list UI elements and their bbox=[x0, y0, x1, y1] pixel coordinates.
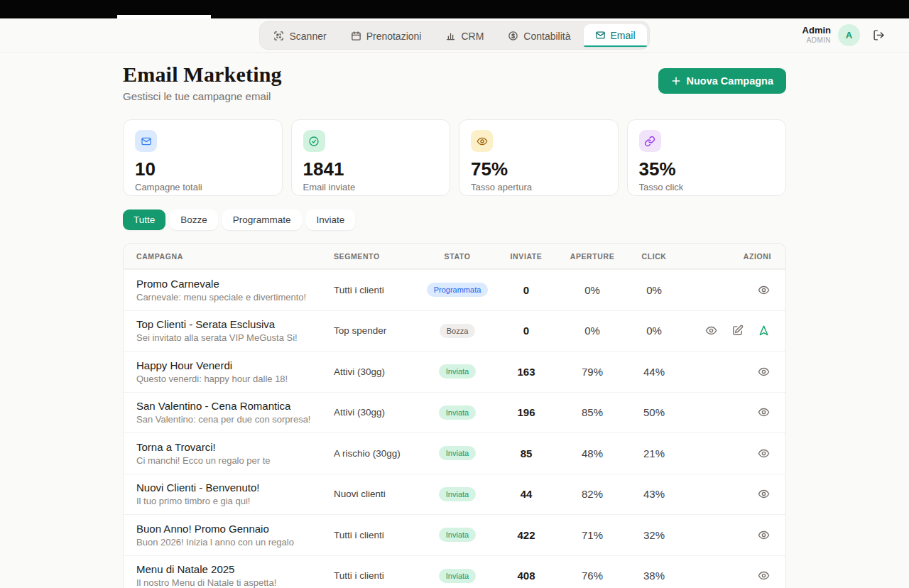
eye-icon bbox=[758, 406, 770, 418]
eye-icon bbox=[758, 447, 770, 459]
filter-tutte[interactable]: Tutte bbox=[123, 209, 165, 230]
scan-icon bbox=[273, 31, 284, 41]
campaign-title: Top Clienti - Serata Esclusiva bbox=[136, 318, 334, 330]
col-header-segmento: SEGMENTO bbox=[334, 252, 422, 261]
campaign-segment: A rischio (30gg) bbox=[334, 448, 422, 459]
status-badge: Inviata bbox=[439, 405, 476, 420]
view-campaign-button[interactable] bbox=[756, 283, 771, 298]
tab-prenotazioni[interactable]: Prenotazioni bbox=[339, 25, 433, 47]
open-rate: 85% bbox=[560, 406, 625, 418]
tab-label: Contabilità bbox=[523, 31, 570, 42]
campaigns-table: CAMPAGNA SEGMENTO STATO INVIATE APERTURE… bbox=[123, 243, 786, 588]
table-row: Top Clienti - Serata Esclusiva Sei invit… bbox=[124, 310, 785, 352]
open-rate: 0% bbox=[560, 325, 625, 337]
click-rate: 21% bbox=[625, 447, 683, 459]
campaign-title: Nuovi Clienti - Benvenuto! bbox=[136, 481, 334, 494]
main-content: Email Marketing Gestisci le tue campagne… bbox=[123, 53, 786, 588]
view-campaign-button[interactable] bbox=[756, 446, 771, 461]
sent-count: 44 bbox=[493, 488, 560, 500]
sent-count: 196 bbox=[493, 406, 560, 418]
stat-label: Email inviate bbox=[303, 182, 439, 192]
tab-email[interactable]: Email bbox=[584, 24, 647, 47]
status-badge: Inviata bbox=[439, 528, 476, 542]
campaign-segment: Tutti i clienti bbox=[334, 530, 422, 540]
col-header-click: CLICK bbox=[625, 252, 683, 261]
view-campaign-button[interactable] bbox=[756, 568, 771, 583]
sent-count: 422 bbox=[493, 529, 560, 541]
main-navbar: Scanner Prenotazioni CRM Contabilità bbox=[0, 18, 909, 53]
col-header-campagna: CAMPAGNA bbox=[124, 252, 334, 261]
open-rate: 76% bbox=[560, 570, 625, 582]
col-header-inviate: INVIATE bbox=[493, 252, 560, 261]
campaign-segment: Tutti i clienti bbox=[334, 285, 422, 295]
tab-scanner[interactable]: Scanner bbox=[262, 25, 337, 47]
new-campaign-label: Nuova Campagna bbox=[687, 75, 773, 87]
status-badge: Bozza bbox=[440, 324, 476, 338]
table-row: Promo Carnevale Carnevale: menu speciale… bbox=[124, 269, 785, 310]
edit-icon bbox=[731, 325, 744, 337]
stat-label: Tasso apertura bbox=[471, 182, 606, 192]
table-row: Menu di Natale 2025 Il nostro Menu di Na… bbox=[124, 555, 785, 588]
logout-button[interactable] bbox=[870, 26, 888, 44]
view-campaign-button[interactable] bbox=[756, 364, 771, 379]
campaign-subtitle: Il tuo primo timbro e gia qui! bbox=[136, 496, 334, 506]
eye-icon bbox=[705, 325, 717, 337]
view-campaign-button[interactable] bbox=[756, 528, 771, 543]
view-campaign-button[interactable] bbox=[756, 486, 771, 501]
page-subtitle: Gestisci le tue campagne email bbox=[123, 90, 282, 102]
send-campaign-button[interactable] bbox=[756, 323, 771, 338]
status-badge: Inviata bbox=[439, 569, 476, 583]
click-rate: 32% bbox=[625, 529, 683, 541]
click-rate: 43% bbox=[625, 488, 683, 500]
edit-campaign-button[interactable] bbox=[730, 323, 745, 338]
table-row: Nuovi Clienti - Benvenuto! Il tuo primo … bbox=[124, 474, 785, 515]
filter-programmate[interactable]: Programmate bbox=[222, 209, 302, 230]
click-rate: 0% bbox=[625, 325, 683, 337]
tab-label: Scanner bbox=[289, 31, 326, 42]
click-rate: 50% bbox=[625, 406, 683, 418]
campaign-subtitle: Buon 2026! Inizia l anno con un regalo bbox=[136, 537, 334, 548]
filter-inviate[interactable]: Inviate bbox=[306, 209, 356, 230]
open-rate: 48% bbox=[560, 447, 625, 459]
send-icon bbox=[758, 325, 770, 337]
dollar-circle-icon bbox=[508, 31, 518, 41]
avatar[interactable]: A bbox=[838, 24, 860, 46]
campaign-subtitle: Carnevale: menu speciale e divertimento! bbox=[136, 292, 334, 303]
view-campaign-button[interactable] bbox=[756, 405, 771, 420]
table-row: San Valentino - Cena Romantica San Valen… bbox=[124, 392, 785, 433]
campaign-segment: Top spender bbox=[334, 325, 422, 336]
stats-cards: 10 Campagne totali 1841 Email inviate 75… bbox=[123, 119, 786, 196]
click-rate: 38% bbox=[625, 570, 683, 582]
table-row: Happy Hour Venerdi Questo venerdi: happy… bbox=[124, 351, 785, 392]
campaign-subtitle: Il nostro Menu di Natale ti aspetta! bbox=[136, 577, 334, 588]
campaign-segment: Nuovi clienti bbox=[334, 489, 422, 499]
new-campaign-button[interactable]: Nuova Campagna bbox=[658, 68, 786, 94]
open-rate: 82% bbox=[560, 488, 625, 500]
page-title: Email Marketing bbox=[123, 62, 282, 87]
view-campaign-button[interactable] bbox=[704, 323, 719, 338]
stat-card-email-inviate: 1841 Email inviate bbox=[291, 119, 451, 196]
campaign-segment: Tutti i clienti bbox=[334, 570, 422, 581]
check-circle-icon bbox=[303, 130, 325, 152]
sent-count: 85 bbox=[493, 447, 560, 459]
status-badge: Programmata bbox=[427, 283, 489, 297]
stat-card-campagne-totali: 10 Campagne totali bbox=[123, 119, 283, 196]
status-badge: Inviata bbox=[439, 446, 476, 460]
campaign-subtitle: Questo venerdi: happy hour dalle 18! bbox=[136, 374, 334, 384]
eye-icon bbox=[758, 284, 770, 296]
campaign-title: Promo Carnevale bbox=[136, 278, 334, 290]
user-role: ADMIN bbox=[802, 36, 831, 45]
eye-icon bbox=[471, 130, 493, 152]
campaign-subtitle: Ci manchi! Ecco un regalo per te bbox=[136, 455, 334, 466]
campaign-title: Torna a Trovarci! bbox=[136, 441, 334, 453]
tab-crm[interactable]: CRM bbox=[434, 25, 495, 47]
col-header-aperture: APERTURE bbox=[560, 252, 625, 261]
table-row: Torna a Trovarci! Ci manchi! Ecco un reg… bbox=[124, 432, 785, 474]
tab-contabilita[interactable]: Contabilità bbox=[496, 25, 582, 47]
filter-bozze[interactable]: Bozze bbox=[170, 209, 218, 230]
user-menu: Admin ADMIN A bbox=[802, 18, 888, 52]
logout-icon bbox=[873, 29, 885, 41]
stat-value: 1841 bbox=[303, 160, 439, 179]
stat-value: 10 bbox=[135, 160, 271, 179]
calendar-icon bbox=[351, 31, 361, 41]
